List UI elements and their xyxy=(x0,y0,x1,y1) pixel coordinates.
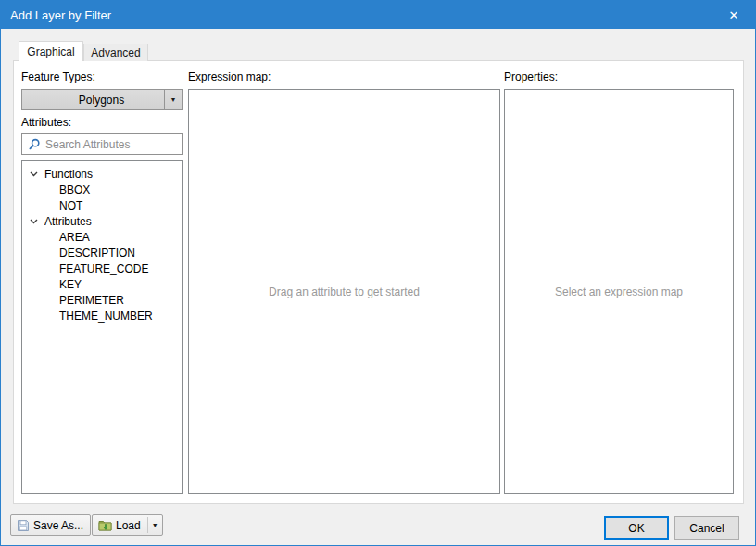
properties-placeholder: Select an expression map xyxy=(555,286,683,298)
chevron-down-icon: ▼ xyxy=(152,522,158,528)
title-bar[interactable]: Add Layer by Filter xyxy=(1,1,755,29)
tree-item-label: FEATURE_CODE xyxy=(59,262,148,275)
tree-item-label: KEY xyxy=(59,278,82,291)
tree-item-label: THEME_NUMBER xyxy=(59,310,153,323)
tab-graphical-label: Graphical xyxy=(27,45,74,58)
floppy-disk-icon xyxy=(17,519,30,532)
chevron-down-icon[interactable] xyxy=(30,171,39,177)
tree-item-key[interactable]: KEY xyxy=(22,276,182,292)
chevron-down-icon[interactable] xyxy=(30,219,39,224)
ok-button[interactable]: OK xyxy=(604,516,669,540)
feature-types-selected-value: Polygons xyxy=(22,94,164,107)
tree-item-theme-number[interactable]: THEME_NUMBER xyxy=(22,308,182,324)
tree-item-perimeter[interactable]: PERIMETER xyxy=(22,292,182,308)
save-as-label: Save As... xyxy=(33,519,90,532)
load-label: Load xyxy=(116,519,147,532)
tree-item-area[interactable]: AREA xyxy=(22,229,182,245)
tree-item-attributes[interactable]: Attributes xyxy=(22,213,182,229)
close-button[interactable]: ✕ xyxy=(712,1,755,29)
properties-label: Properties: xyxy=(504,70,558,83)
tree-item-label: AREA xyxy=(59,231,90,244)
tab-advanced-label: Advanced xyxy=(91,46,140,59)
feature-types-dropdown[interactable]: Polygons ▼ xyxy=(21,89,183,110)
expression-map-label: Expression map: xyxy=(188,70,271,83)
tab-advanced[interactable]: Advanced xyxy=(83,44,148,61)
save-as-button[interactable]: Save As... xyxy=(10,514,91,536)
attributes-tree[interactable]: Functions BBOX NOT Attributes AREA DESCR… xyxy=(21,160,183,494)
tree-item-label: DESCRIPTION xyxy=(59,247,135,260)
tree-item-label: PERIMETER xyxy=(59,294,124,307)
tree-item-label: Functions xyxy=(44,168,93,181)
dropdown-arrow-zone[interactable]: ▼ xyxy=(164,90,182,109)
search-attributes-box[interactable] xyxy=(21,133,183,155)
tab-graphical[interactable]: Graphical xyxy=(19,41,83,61)
expression-map-area[interactable]: Drag an attribute to get started xyxy=(188,89,500,494)
dialog-title: Add Layer by Filter xyxy=(1,8,111,22)
load-menu-button[interactable]: ▼ xyxy=(148,522,162,528)
search-attributes-input[interactable] xyxy=(45,138,182,151)
tree-item-label: BBOX xyxy=(59,184,90,197)
attributes-label: Attributes: xyxy=(21,116,71,129)
chevron-down-icon: ▼ xyxy=(170,96,177,103)
load-button[interactable]: Load ▼ xyxy=(92,514,163,536)
tree-item-label: NOT xyxy=(59,199,82,212)
properties-area[interactable]: Select an expression map xyxy=(504,89,734,494)
tree-item-description[interactable]: DESCRIPTION xyxy=(22,245,182,260)
cancel-label: Cancel xyxy=(689,522,724,535)
feature-types-label: Feature Types: xyxy=(21,70,95,83)
expression-map-placeholder: Drag an attribute to get started xyxy=(269,286,420,298)
cancel-button[interactable]: Cancel xyxy=(674,516,739,540)
tree-item-not[interactable]: NOT xyxy=(22,197,182,213)
tree-item-functions[interactable]: Functions xyxy=(22,166,182,182)
add-layer-by-filter-dialog: Add Layer by Filter ✕ Graphical Advanced… xyxy=(0,0,756,546)
tree-item-bbox[interactable]: BBOX xyxy=(22,182,182,197)
search-icon xyxy=(29,138,41,150)
tree-item-feature-code[interactable]: FEATURE_CODE xyxy=(22,260,182,276)
ok-label: OK xyxy=(628,522,644,535)
folder-load-icon xyxy=(98,519,112,531)
close-icon: ✕ xyxy=(729,8,739,22)
tree-item-label: Attributes xyxy=(44,215,92,228)
